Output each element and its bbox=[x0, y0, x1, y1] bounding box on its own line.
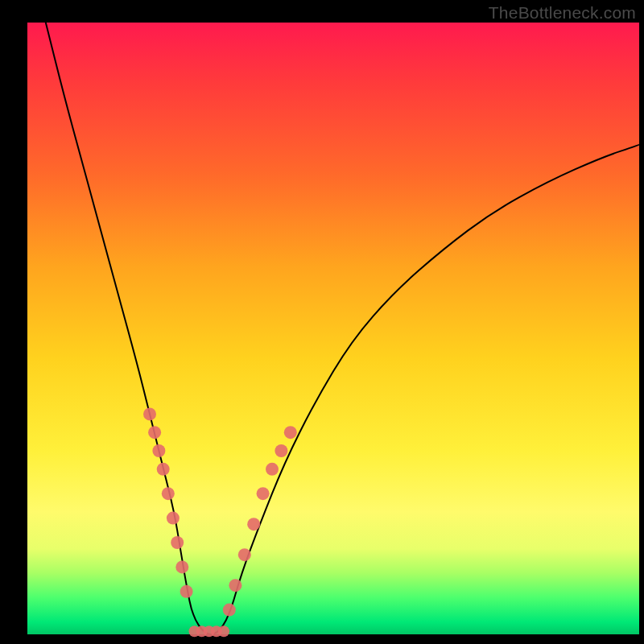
marker-dot bbox=[157, 463, 170, 476]
marker-dot bbox=[167, 512, 180, 525]
marker-dot bbox=[175, 560, 188, 573]
marker-dot bbox=[238, 548, 251, 561]
marker-dot bbox=[247, 518, 260, 530]
marker-group bbox=[143, 407, 297, 637]
marker-dot bbox=[275, 444, 287, 457]
marker-dot bbox=[171, 536, 184, 549]
marker-dot bbox=[257, 487, 270, 500]
marker-dot bbox=[223, 604, 236, 617]
marker-dot bbox=[266, 463, 279, 476]
marker-dot bbox=[152, 444, 165, 457]
marker-dot bbox=[180, 585, 193, 598]
curve-layer bbox=[0, 0, 644, 644]
marker-dot bbox=[229, 579, 242, 592]
marker-dot bbox=[143, 407, 156, 420]
outer-frame: TheBottleneck.com bbox=[0, 0, 644, 644]
watermark-text: TheBottleneck.com bbox=[489, 3, 636, 23]
bottleneck-curve bbox=[46, 23, 639, 634]
marker-dot bbox=[148, 426, 161, 439]
marker-dot bbox=[162, 487, 175, 500]
marker-dot bbox=[218, 625, 229, 637]
marker-dot bbox=[284, 426, 297, 439]
